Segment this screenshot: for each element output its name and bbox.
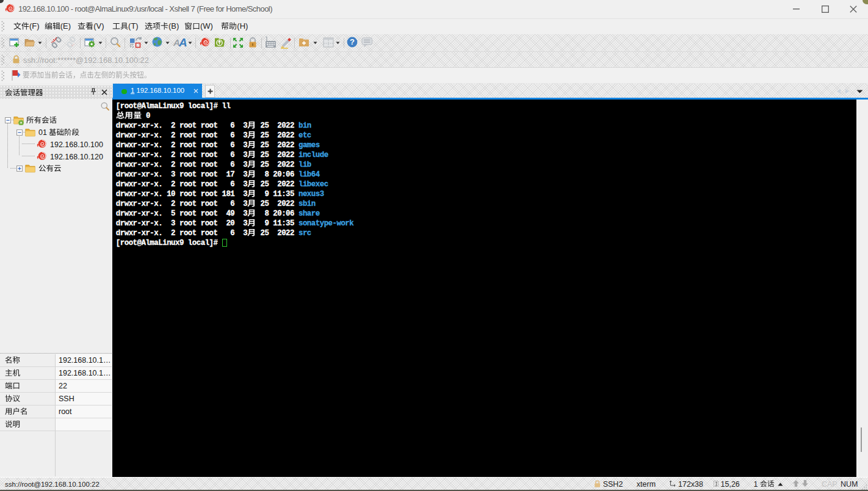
svg-text:?: ? xyxy=(350,37,355,46)
